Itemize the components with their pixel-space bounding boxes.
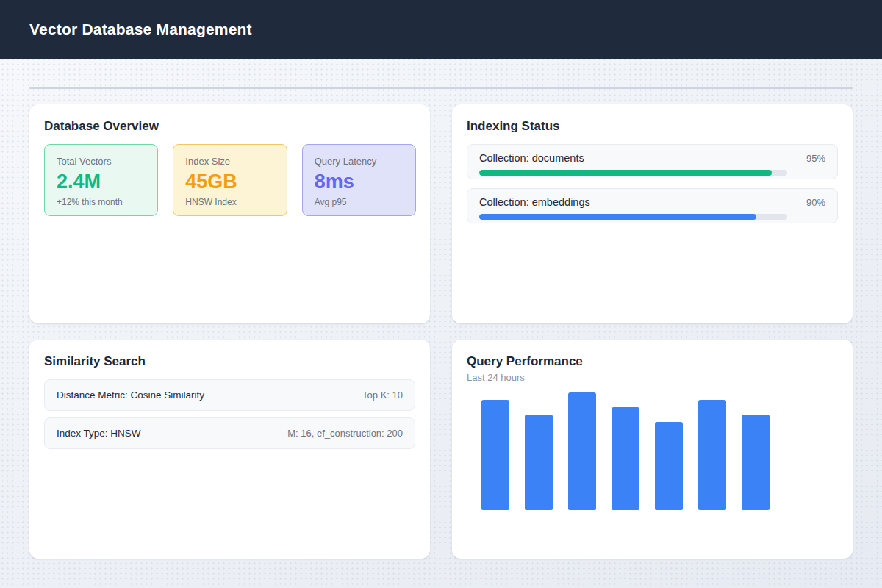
config-label: Index Type: HNSW [57,428,141,439]
collection-progress: Collection: documents [479,152,787,176]
stat-label: Index Size [185,156,274,168]
chart-bar [568,392,596,510]
collection-row-documents: Collection: documents 95% [467,144,838,179]
stat-tile-query-latency: Query Latency 8ms Avg p95 [302,144,416,216]
stat-tiles: Total Vectors 2.4M +12% this month Index… [44,144,416,216]
main-content: Database Overview Total Vectors 2.4M +12… [0,87,882,559]
progress-track [479,170,787,176]
app-header: Vector Database Management [0,0,882,59]
config-value: Top K: 10 [362,390,403,401]
config-row-distance-metric: Distance Metric: Cosine Similarity Top K… [44,379,415,411]
stat-subtext: Avg p95 [315,197,404,208]
stat-value: 2.4M [57,170,146,193]
progress-fill [479,170,772,176]
page-title: Vector Database Management [29,21,252,38]
config-row-index-type: Index Type: HNSW M: 16, ef_construction:… [44,417,415,449]
card-similarity-search: Similarity Search Distance Metric: Cosin… [29,340,430,559]
stat-label: Total Vectors [57,156,146,168]
collection-label: Collection: documents [479,152,787,165]
config-label: Distance Metric: Cosine Similarity [57,390,204,401]
chart-bar [742,415,770,510]
query-performance-bar-chart [481,392,838,510]
collection-row-embeddings: Collection: embeddings 90% [467,188,838,223]
card-title-query-performance: Query Performance [467,353,838,370]
progress-percent: 95% [799,152,825,165]
card-query-performance: Query Performance Last 24 hours [452,340,853,559]
card-title-similarity-search: Similarity Search [44,353,415,370]
config-value: M: 16, ef_construction: 200 [287,428,403,439]
chart-bar [655,422,683,510]
chart-bar [481,400,509,510]
stat-subtext: HNSW Index [185,197,274,208]
card-indexing-status: Indexing Status Collection: documents 95… [452,104,853,323]
cards-grid: Database Overview Total Vectors 2.4M +12… [29,104,853,559]
divider [29,87,853,89]
card-database-overview: Database Overview Total Vectors 2.4M +12… [29,104,430,323]
stat-value: 8ms [315,170,404,193]
progress-fill [479,214,756,220]
collection-label: Collection: embeddings [479,196,787,209]
progress-percent: 90% [799,196,825,209]
chart-bar [525,415,553,510]
stat-value: 45GB [185,170,274,193]
stat-subtext: +12% this month [57,197,146,208]
progress-track [479,214,787,220]
chart-bar [612,407,639,510]
stat-label: Query Latency [315,156,404,168]
chart-subtitle: Last 24 hours [467,372,838,384]
stat-tile-total-vectors: Total Vectors 2.4M +12% this month [44,144,158,216]
collection-progress: Collection: embeddings [479,196,787,220]
stat-tile-index-size: Index Size 45GB HNSW Index [173,144,287,216]
card-title-indexing-status: Indexing Status [467,118,838,135]
chart-bar [698,400,726,510]
card-title-database-overview: Database Overview [44,118,415,135]
